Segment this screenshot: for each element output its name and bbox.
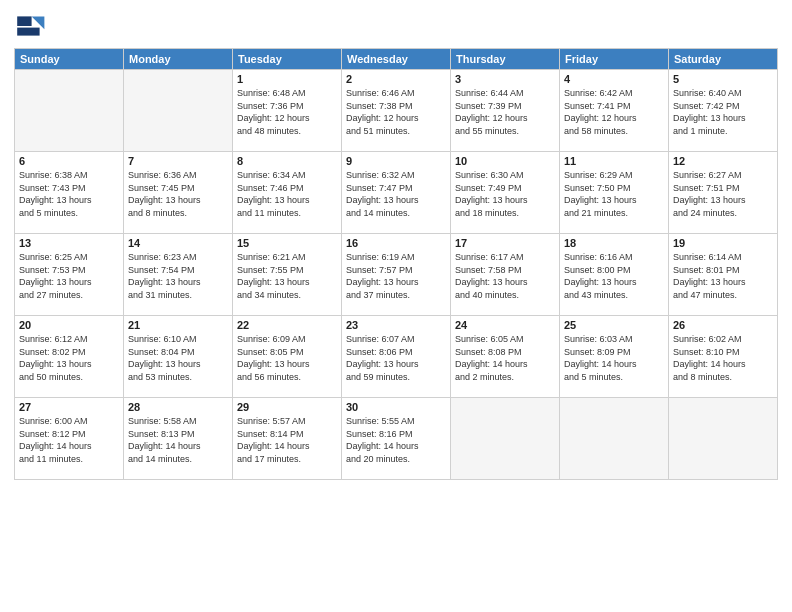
day-number: 3 <box>455 73 555 85</box>
calendar-week-row: 13Sunrise: 6:25 AM Sunset: 7:53 PM Dayli… <box>15 234 778 316</box>
calendar-cell: 6Sunrise: 6:38 AM Sunset: 7:43 PM Daylig… <box>15 152 124 234</box>
weekday-header: Sunday <box>15 49 124 70</box>
day-number: 18 <box>564 237 664 249</box>
calendar-cell: 16Sunrise: 6:19 AM Sunset: 7:57 PM Dayli… <box>342 234 451 316</box>
calendar-cell: 4Sunrise: 6:42 AM Sunset: 7:41 PM Daylig… <box>560 70 669 152</box>
day-number: 25 <box>564 319 664 331</box>
calendar-cell: 10Sunrise: 6:30 AM Sunset: 7:49 PM Dayli… <box>451 152 560 234</box>
weekday-header-row: SundayMondayTuesdayWednesdayThursdayFrid… <box>15 49 778 70</box>
day-number: 11 <box>564 155 664 167</box>
day-detail: Sunrise: 6:09 AM Sunset: 8:05 PM Dayligh… <box>237 333 337 383</box>
day-detail: Sunrise: 6:40 AM Sunset: 7:42 PM Dayligh… <box>673 87 773 137</box>
day-number: 4 <box>564 73 664 85</box>
day-number: 14 <box>128 237 228 249</box>
calendar-cell: 22Sunrise: 6:09 AM Sunset: 8:05 PM Dayli… <box>233 316 342 398</box>
calendar-cell: 5Sunrise: 6:40 AM Sunset: 7:42 PM Daylig… <box>669 70 778 152</box>
calendar-week-row: 6Sunrise: 6:38 AM Sunset: 7:43 PM Daylig… <box>15 152 778 234</box>
day-detail: Sunrise: 6:21 AM Sunset: 7:55 PM Dayligh… <box>237 251 337 301</box>
calendar-cell <box>560 398 669 480</box>
day-number: 10 <box>455 155 555 167</box>
calendar-week-row: 20Sunrise: 6:12 AM Sunset: 8:02 PM Dayli… <box>15 316 778 398</box>
day-number: 12 <box>673 155 773 167</box>
day-number: 22 <box>237 319 337 331</box>
day-detail: Sunrise: 6:27 AM Sunset: 7:51 PM Dayligh… <box>673 169 773 219</box>
day-detail: Sunrise: 6:38 AM Sunset: 7:43 PM Dayligh… <box>19 169 119 219</box>
weekday-header: Tuesday <box>233 49 342 70</box>
calendar-cell: 14Sunrise: 6:23 AM Sunset: 7:54 PM Dayli… <box>124 234 233 316</box>
calendar-cell: 30Sunrise: 5:55 AM Sunset: 8:16 PM Dayli… <box>342 398 451 480</box>
calendar-cell: 12Sunrise: 6:27 AM Sunset: 7:51 PM Dayli… <box>669 152 778 234</box>
day-number: 6 <box>19 155 119 167</box>
calendar-cell <box>451 398 560 480</box>
day-detail: Sunrise: 5:55 AM Sunset: 8:16 PM Dayligh… <box>346 415 446 465</box>
day-detail: Sunrise: 6:05 AM Sunset: 8:08 PM Dayligh… <box>455 333 555 383</box>
calendar-cell <box>15 70 124 152</box>
day-number: 26 <box>673 319 773 331</box>
calendar-cell: 20Sunrise: 6:12 AM Sunset: 8:02 PM Dayli… <box>15 316 124 398</box>
calendar-week-row: 27Sunrise: 6:00 AM Sunset: 8:12 PM Dayli… <box>15 398 778 480</box>
day-number: 5 <box>673 73 773 85</box>
day-number: 1 <box>237 73 337 85</box>
day-detail: Sunrise: 6:42 AM Sunset: 7:41 PM Dayligh… <box>564 87 664 137</box>
calendar-cell <box>124 70 233 152</box>
calendar-cell: 15Sunrise: 6:21 AM Sunset: 7:55 PM Dayli… <box>233 234 342 316</box>
day-detail: Sunrise: 6:34 AM Sunset: 7:46 PM Dayligh… <box>237 169 337 219</box>
weekday-header: Monday <box>124 49 233 70</box>
day-number: 7 <box>128 155 228 167</box>
day-number: 8 <box>237 155 337 167</box>
calendar-cell: 18Sunrise: 6:16 AM Sunset: 8:00 PM Dayli… <box>560 234 669 316</box>
day-detail: Sunrise: 6:44 AM Sunset: 7:39 PM Dayligh… <box>455 87 555 137</box>
calendar-cell <box>669 398 778 480</box>
calendar-cell: 26Sunrise: 6:02 AM Sunset: 8:10 PM Dayli… <box>669 316 778 398</box>
day-detail: Sunrise: 6:29 AM Sunset: 7:50 PM Dayligh… <box>564 169 664 219</box>
weekday-header: Friday <box>560 49 669 70</box>
calendar-cell: 28Sunrise: 5:58 AM Sunset: 8:13 PM Dayli… <box>124 398 233 480</box>
day-detail: Sunrise: 6:23 AM Sunset: 7:54 PM Dayligh… <box>128 251 228 301</box>
day-number: 2 <box>346 73 446 85</box>
calendar-table: SundayMondayTuesdayWednesdayThursdayFrid… <box>14 48 778 480</box>
day-detail: Sunrise: 6:36 AM Sunset: 7:45 PM Dayligh… <box>128 169 228 219</box>
day-number: 19 <box>673 237 773 249</box>
calendar-cell: 23Sunrise: 6:07 AM Sunset: 8:06 PM Dayli… <box>342 316 451 398</box>
day-detail: Sunrise: 6:30 AM Sunset: 7:49 PM Dayligh… <box>455 169 555 219</box>
day-detail: Sunrise: 6:02 AM Sunset: 8:10 PM Dayligh… <box>673 333 773 383</box>
day-detail: Sunrise: 6:17 AM Sunset: 7:58 PM Dayligh… <box>455 251 555 301</box>
calendar-week-row: 1Sunrise: 6:48 AM Sunset: 7:36 PM Daylig… <box>15 70 778 152</box>
day-detail: Sunrise: 6:46 AM Sunset: 7:38 PM Dayligh… <box>346 87 446 137</box>
svg-rect-3 <box>17 28 39 36</box>
day-number: 20 <box>19 319 119 331</box>
day-detail: Sunrise: 6:10 AM Sunset: 8:04 PM Dayligh… <box>128 333 228 383</box>
day-number: 21 <box>128 319 228 331</box>
calendar-cell: 13Sunrise: 6:25 AM Sunset: 7:53 PM Dayli… <box>15 234 124 316</box>
day-detail: Sunrise: 6:19 AM Sunset: 7:57 PM Dayligh… <box>346 251 446 301</box>
calendar-cell: 8Sunrise: 6:34 AM Sunset: 7:46 PM Daylig… <box>233 152 342 234</box>
calendar-cell: 24Sunrise: 6:05 AM Sunset: 8:08 PM Dayli… <box>451 316 560 398</box>
weekday-header: Wednesday <box>342 49 451 70</box>
day-detail: Sunrise: 6:25 AM Sunset: 7:53 PM Dayligh… <box>19 251 119 301</box>
calendar-cell: 21Sunrise: 6:10 AM Sunset: 8:04 PM Dayli… <box>124 316 233 398</box>
logo-icon <box>14 10 46 42</box>
day-number: 30 <box>346 401 446 413</box>
calendar-cell: 1Sunrise: 6:48 AM Sunset: 7:36 PM Daylig… <box>233 70 342 152</box>
day-detail: Sunrise: 6:16 AM Sunset: 8:00 PM Dayligh… <box>564 251 664 301</box>
day-number: 9 <box>346 155 446 167</box>
calendar-cell: 29Sunrise: 5:57 AM Sunset: 8:14 PM Dayli… <box>233 398 342 480</box>
logo <box>14 10 50 42</box>
page-container: SundayMondayTuesdayWednesdayThursdayFrid… <box>0 0 792 612</box>
day-detail: Sunrise: 6:48 AM Sunset: 7:36 PM Dayligh… <box>237 87 337 137</box>
calendar-cell: 2Sunrise: 6:46 AM Sunset: 7:38 PM Daylig… <box>342 70 451 152</box>
day-number: 24 <box>455 319 555 331</box>
calendar-cell: 19Sunrise: 6:14 AM Sunset: 8:01 PM Dayli… <box>669 234 778 316</box>
calendar-cell: 9Sunrise: 6:32 AM Sunset: 7:47 PM Daylig… <box>342 152 451 234</box>
day-number: 16 <box>346 237 446 249</box>
day-number: 29 <box>237 401 337 413</box>
weekday-header: Thursday <box>451 49 560 70</box>
day-detail: Sunrise: 5:57 AM Sunset: 8:14 PM Dayligh… <box>237 415 337 465</box>
day-number: 23 <box>346 319 446 331</box>
day-number: 15 <box>237 237 337 249</box>
calendar-cell: 27Sunrise: 6:00 AM Sunset: 8:12 PM Dayli… <box>15 398 124 480</box>
day-detail: Sunrise: 6:32 AM Sunset: 7:47 PM Dayligh… <box>346 169 446 219</box>
day-number: 28 <box>128 401 228 413</box>
day-detail: Sunrise: 6:12 AM Sunset: 8:02 PM Dayligh… <box>19 333 119 383</box>
header <box>14 10 778 42</box>
